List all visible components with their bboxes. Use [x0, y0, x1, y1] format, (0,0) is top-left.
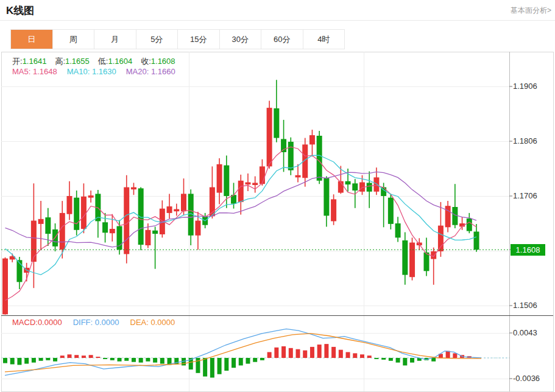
ma20-legend: MA20: 1.1660 [126, 67, 175, 76]
ma10-label: MA10: [67, 67, 92, 76]
ma5-value: 1.1648 [33, 67, 57, 76]
price-tick-4: 1.1506 [513, 301, 537, 310]
price-tick-3: 1.1706 [513, 191, 537, 200]
kline-widget: K线图 基本面分析> 日 周 月 5分 15分 30分 60分 4时 开:1.1… [0, 0, 555, 392]
high-label: 高: [55, 57, 65, 66]
ma20-value: 1.1660 [151, 67, 175, 76]
price-tick-1: 1.1906 [513, 82, 537, 91]
ma-legend: MA5: 1.1648MA10: 1.1630MA20: 1.1660 [12, 67, 185, 76]
open-label: 开: [12, 57, 23, 66]
page-title: K线图 [6, 4, 34, 18]
fundamental-analysis-link[interactable]: 基本面分析> [511, 5, 551, 16]
dea-value: DEA: 0.0000 [130, 318, 175, 327]
price-tick-2: 1.1806 [513, 136, 537, 145]
macd-tick-bottom: -0.0036 [513, 374, 540, 383]
close-value: 1.1608 [151, 57, 175, 66]
macd-value: MACD:0.0000 [12, 318, 62, 327]
ma20-label: MA20: [126, 67, 151, 76]
open-value: 1.1641 [23, 57, 47, 66]
macd-legend: MACD:0.0000DIFF: 0.0000DEA: 0.0000 [12, 318, 186, 327]
macd-tick-top: 0.0043 [513, 328, 537, 337]
ma5-legend: MA5: 1.1648 [12, 67, 57, 76]
ma10-value: 1.1630 [92, 67, 116, 76]
diff-value: DIFF: 0.0000 [73, 318, 119, 327]
high-value: 1.1655 [65, 57, 90, 66]
ma10-legend: MA10: 1.1630 [67, 67, 116, 76]
low-label: 低: [98, 57, 108, 66]
current-price-badge: 1.1608 [511, 244, 545, 256]
low-value: 1.1604 [108, 57, 132, 66]
ohlc-legend: 开:1.1641高:1.1655低:1.1604收:1.1608 [12, 56, 184, 67]
close-label: 收: [141, 57, 151, 66]
ma5-label: MA5: [12, 67, 33, 76]
